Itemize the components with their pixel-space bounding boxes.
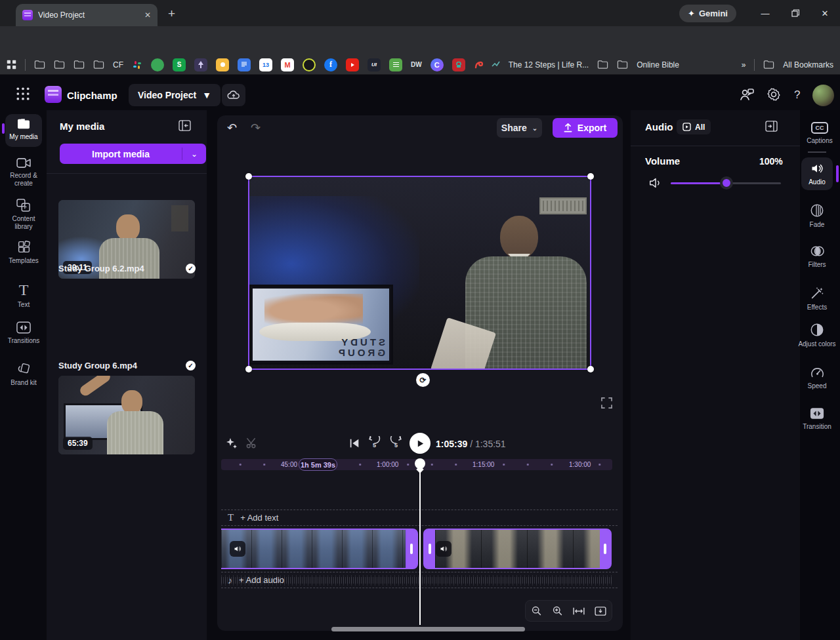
ui-favicon[interactable]: UI <box>368 58 381 71</box>
tool-adjust-colors[interactable]: Adjust colors <box>796 323 838 348</box>
tool-filters[interactable]: Filters <box>796 245 838 269</box>
slack-favicon[interactable] <box>132 60 142 70</box>
resize-handle-top-right[interactable] <box>587 173 594 180</box>
sidebar-item-content-library[interactable]: Content library <box>3 199 45 231</box>
resize-handle-bottom-left[interactable] <box>245 366 252 372</box>
account-avatar[interactable] <box>812 85 834 106</box>
collapse-panel-icon[interactable] <box>178 120 191 131</box>
youtube-favicon[interactable] <box>346 58 359 71</box>
all-bookmarks-folder-icon[interactable] <box>763 60 774 70</box>
fullscreen-icon[interactable] <box>601 397 612 409</box>
rotate-handle[interactable]: ⟳ <box>416 373 430 387</box>
bookmark-folder-icon[interactable] <box>74 60 85 70</box>
clip-1-audio-icon[interactable] <box>230 541 245 557</box>
import-options-chevron-icon[interactable]: ⌄ <box>182 150 206 159</box>
clip-1-right-trim-handle[interactable] <box>406 530 417 568</box>
resize-handle-top-left[interactable] <box>245 173 252 180</box>
bookmark-folder-icon[interactable] <box>597 60 608 70</box>
share-button[interactable]: Share ⌄ <box>497 118 542 138</box>
hook-favicon[interactable] <box>474 60 483 70</box>
window-restore-button[interactable] <box>780 0 810 26</box>
gemini-button[interactable]: ✦ Gemini <box>679 5 736 22</box>
forward-5s-icon[interactable]: 5 <box>390 436 402 449</box>
volume-slider-thumb[interactable] <box>720 176 733 190</box>
sidebar-label: Record & create <box>3 172 45 188</box>
import-media-button[interactable]: Import media ⌄ <box>60 144 206 164</box>
sidebar-item-my-media[interactable]: My media <box>5 114 42 147</box>
s-favicon[interactable]: S <box>173 58 186 71</box>
timeline-settings-icon[interactable] <box>595 607 606 616</box>
zoom-in-icon[interactable] <box>552 605 563 616</box>
apps-grid-icon[interactable] <box>7 60 16 70</box>
dw-favicon[interactable]: DW <box>411 61 422 68</box>
docs-favicon[interactable] <box>238 58 251 71</box>
clip-2-left-trim-handle[interactable] <box>425 530 435 568</box>
timeline-scrollbar[interactable] <box>331 627 525 631</box>
new-tab-button[interactable]: + <box>168 7 175 21</box>
gmail-favicon[interactable]: M <box>281 58 294 71</box>
rc-favicon[interactable] <box>303 58 316 71</box>
bookmark-folder-icon[interactable] <box>54 60 65 70</box>
play-button[interactable] <box>410 433 430 454</box>
sidebar-item-record-create[interactable]: Record & create <box>3 157 45 188</box>
bookmarks-overflow-chevron[interactable]: » <box>742 60 746 70</box>
tool-fade[interactable]: Fade <box>796 203 838 229</box>
bookmark-cf[interactable]: CF <box>113 60 123 70</box>
skip-to-start-icon[interactable] <box>348 437 360 449</box>
playhead-line[interactable] <box>419 470 421 625</box>
sidebar-item-brand-kit[interactable]: Brand kit <box>3 362 45 387</box>
bookmark-folder-icon[interactable] <box>617 60 628 70</box>
tool-transition[interactable]: Transition <box>796 407 838 431</box>
tool-speed[interactable]: Speed <box>796 366 838 390</box>
export-button[interactable]: Export <box>553 118 618 138</box>
tool-effects[interactable]: Effects <box>796 286 838 311</box>
window-minimize-button[interactable]: — <box>750 0 780 26</box>
collapse-inspector-icon[interactable] <box>765 121 778 132</box>
fit-to-screen-icon[interactable] <box>573 607 585 616</box>
preview-video[interactable]: STUDY GROUP <box>249 176 591 369</box>
tool-captions[interactable]: CC Captions <box>799 122 840 145</box>
bookmark-folder-icon[interactable] <box>93 60 104 70</box>
bookmark-online-bible[interactable]: Online Bible <box>637 60 679 70</box>
app-launcher-icon[interactable] <box>16 87 30 101</box>
settings-gear-icon[interactable] <box>766 87 781 102</box>
bookmark-all-bookmarks[interactable]: All Bookmarks <box>783 60 833 70</box>
tv-mirrored-text: STUDY GROUP <box>336 337 385 358</box>
rewind-5s-icon[interactable]: 5 <box>368 436 381 449</box>
undo-icon[interactable]: ↶ <box>227 121 237 135</box>
auto-enhance-icon[interactable] <box>225 437 238 450</box>
help-icon[interactable]: ? <box>794 89 800 102</box>
sidebar-item-transitions[interactable]: Transitions <box>3 321 45 345</box>
c-favicon[interactable]: C <box>430 58 444 71</box>
resize-handle-bottom-right[interactable] <box>587 366 594 372</box>
project-name-menu[interactable]: Video Project ▼ <box>129 84 220 106</box>
timeline-clip-1[interactable] <box>221 529 418 569</box>
calendar-favicon[interactable]: 13 <box>259 58 272 71</box>
cloud-sync-button[interactable] <box>222 84 245 106</box>
clip-2-audio-icon[interactable] <box>436 541 452 557</box>
lock-favicon[interactable] <box>452 58 465 71</box>
clip-2-right-trim-handle[interactable] <box>600 530 610 568</box>
feedback-icon[interactable] <box>739 87 755 102</box>
redo-icon[interactable]: ↷ <box>251 121 261 135</box>
sidebar-item-text[interactable]: T Text <box>3 282 45 309</box>
facebook-favicon[interactable]: f <box>324 58 337 71</box>
timeline-clip-2[interactable] <box>423 529 612 569</box>
sidebar-item-templates[interactable]: Templates <box>3 240 45 265</box>
list-favicon[interactable] <box>389 58 402 71</box>
split-scissors-icon[interactable] <box>245 437 258 449</box>
tab-close-icon[interactable]: ✕ <box>144 10 151 20</box>
browser-tab[interactable]: Video Project ✕ <box>16 4 158 26</box>
gemini-spark-icon: ✦ <box>688 9 695 18</box>
audio-scope-badge[interactable]: All <box>677 119 711 134</box>
keep-favicon[interactable] <box>216 58 229 71</box>
tool-audio[interactable]: Audio <box>801 157 833 190</box>
media-item-thumbnail[interactable]: 65:39 <box>58 376 195 454</box>
zoom-out-icon[interactable] <box>531 605 542 616</box>
bookmark-twelve-steps[interactable]: The 12 Steps | Life R... <box>509 60 589 70</box>
ruler-tick: 1:15:00 <box>471 461 496 468</box>
window-close-button[interactable]: ✕ <box>810 0 840 26</box>
bookmark-folder-icon[interactable] <box>34 60 45 70</box>
tree-favicon[interactable] <box>194 58 207 71</box>
gloo-favicon[interactable] <box>151 58 164 71</box>
